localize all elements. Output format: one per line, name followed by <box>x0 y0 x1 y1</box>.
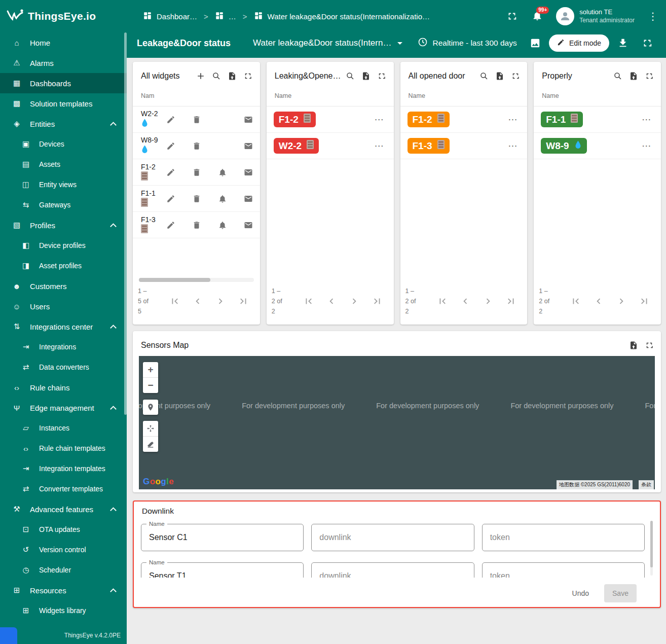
sidebar-item-advanced-features[interactable]: ⚒Advanced features <box>0 499 127 519</box>
next-page-button[interactable] <box>483 296 494 307</box>
delete-icon[interactable] <box>190 139 203 153</box>
sidebar-item-home[interactable]: ⌂Home <box>0 32 127 53</box>
sidebar-item-resources[interactable]: ⊞Resources <box>0 580 127 600</box>
sidebar-item-dashboards[interactable]: ▦Dashboards <box>0 73 127 93</box>
sidebar-item-scheduler[interactable]: ◷Scheduler <box>0 560 127 580</box>
breadcrumb-collapsed[interactable]: … <box>215 11 236 22</box>
email-icon[interactable] <box>242 219 255 232</box>
fullscreen-icon[interactable] <box>506 11 517 22</box>
downlink-field[interactable]: downlink <box>311 562 474 578</box>
map-terms-link[interactable]: 条款 <box>639 480 654 489</box>
search-icon[interactable] <box>343 68 358 84</box>
sidebar-item-rule-chains[interactable]: ‹›Rule chains <box>0 377 127 398</box>
more-icon[interactable]: ⋯ <box>374 139 386 153</box>
google-logo[interactable]: Google <box>143 477 174 487</box>
first-page-button[interactable] <box>437 296 448 307</box>
fullscreen-icon[interactable] <box>374 68 390 84</box>
zoom-out-button[interactable]: − <box>143 378 158 393</box>
edit-icon[interactable] <box>164 192 177 205</box>
sidebar-item-instances[interactable]: ▱Instances <box>0 418 127 438</box>
sidebar-item-assets[interactable]: ▤Assets <box>0 154 127 174</box>
email-icon[interactable] <box>242 192 255 205</box>
edit-icon[interactable] <box>164 219 177 232</box>
last-page-button[interactable] <box>505 296 516 307</box>
download-icon[interactable] <box>617 38 628 49</box>
map-eraser-tool-button[interactable] <box>143 437 158 452</box>
dashboard-selector[interactable]: Water leakage&Door status(Intern… <box>253 38 402 48</box>
sidebar-item-integrations[interactable]: ⇥Integrations <box>0 337 127 357</box>
export-icon[interactable] <box>358 68 374 84</box>
more-icon[interactable]: ⋯ <box>641 139 653 153</box>
delete-icon[interactable] <box>190 166 203 179</box>
prev-page-button[interactable] <box>192 296 203 307</box>
delete-icon[interactable] <box>190 113 203 126</box>
breadcrumb-dashboards[interactable]: Dashboar… <box>143 11 197 22</box>
bell-icon[interactable] <box>216 219 229 232</box>
bell-icon[interactable] <box>216 166 229 179</box>
scrollbar-thumb[interactable] <box>139 278 210 282</box>
first-page-button[interactable] <box>303 296 314 307</box>
export-icon[interactable] <box>492 68 507 84</box>
fullscreen-icon[interactable] <box>642 38 653 49</box>
sidebar-item-users[interactable]: ☺Users <box>0 296 127 316</box>
token-field[interactable]: token <box>482 562 645 578</box>
export-icon[interactable] <box>225 68 240 84</box>
sidebar-item-widgets-library[interactable]: ⊞Widgets library <box>0 600 127 621</box>
sidebar-item-integrations-center[interactable]: ⇅Integrations center <box>0 316 127 337</box>
token-field[interactable]: token <box>482 524 645 551</box>
next-page-button[interactable] <box>349 296 360 307</box>
sidebar-item-device-profiles[interactable]: ◧Device profiles <box>0 235 127 256</box>
first-page-button[interactable] <box>169 296 180 307</box>
fullscreen-icon[interactable] <box>507 68 523 84</box>
zoom-in-button[interactable]: + <box>143 362 158 377</box>
next-page-button[interactable] <box>616 296 627 307</box>
last-page-button[interactable] <box>372 296 383 307</box>
search-icon[interactable] <box>476 68 492 84</box>
sidebar-item-customers[interactable]: ☻Customers <box>0 276 127 296</box>
email-icon[interactable] <box>242 113 255 126</box>
sidebar-item-version-control[interactable]: ↺Version control <box>0 540 127 560</box>
last-page-button[interactable] <box>639 296 650 307</box>
delete-icon[interactable] <box>190 219 203 232</box>
add-icon[interactable] <box>193 68 209 84</box>
sidebar-item-converter-templates[interactable]: ⇄Converter templates <box>0 479 127 499</box>
sidebar-item-entity-views[interactable]: ◫Entity views <box>0 174 127 195</box>
sidebar-item-profiles[interactable]: ▧Profiles <box>0 215 127 235</box>
scrollbar-thumb[interactable] <box>650 521 653 567</box>
avatar[interactable] <box>556 7 574 25</box>
save-button[interactable]: Save <box>604 584 637 602</box>
prev-page-button[interactable] <box>326 296 337 307</box>
sidebar-item-edge-management[interactable]: ΨEdge management <box>0 398 127 418</box>
fullscreen-icon[interactable] <box>641 68 657 84</box>
sidebar-item-integration-templates[interactable]: ⇥Integration templates <box>0 458 127 479</box>
dashboard-image-icon[interactable] <box>530 38 541 49</box>
undo-button[interactable]: Undo <box>572 589 589 597</box>
sidebar-item-solution-templates[interactable]: ▩Solution templates <box>0 93 127 114</box>
next-page-button[interactable] <box>215 296 226 307</box>
fullscreen-icon[interactable] <box>641 338 657 353</box>
downlink-field[interactable]: downlink <box>311 524 474 551</box>
breadcrumb-current-dashboard[interactable]: Water leakage&Door status(Internationali… <box>254 11 430 22</box>
prev-page-button[interactable] <box>460 296 471 307</box>
export-icon[interactable] <box>625 338 641 353</box>
edit-mode-button[interactable]: Edit mode <box>549 34 609 52</box>
more-icon[interactable]: ⋯ <box>641 113 653 126</box>
sidebar-item-ota-updates[interactable]: ⊡OTA updates <box>0 519 127 540</box>
name-field[interactable]: Name Sensor T1 <box>141 562 304 578</box>
more-menu-icon[interactable] <box>648 10 658 22</box>
sidebar-item-data-converters[interactable]: ⇄Data converters <box>0 357 127 377</box>
more-icon[interactable]: ⋯ <box>374 113 386 126</box>
map-canvas[interactable]: For development purposes onlyFor develop… <box>139 356 655 489</box>
map-marker-tool-button[interactable] <box>143 400 158 415</box>
sidebar-item-entities[interactable]: ◈Entities <box>0 114 127 134</box>
edit-icon[interactable] <box>164 166 177 179</box>
export-icon[interactable] <box>625 68 641 84</box>
bell-icon[interactable] <box>216 192 229 205</box>
bottom-left-widget-button[interactable] <box>0 627 17 644</box>
fullscreen-icon[interactable] <box>240 68 256 84</box>
last-page-button[interactable] <box>238 296 249 307</box>
more-icon[interactable]: ⋯ <box>507 113 519 126</box>
name-field[interactable]: Name Sensor C1 <box>141 524 304 551</box>
logo[interactable]: ThingsEye.io <box>0 0 127 32</box>
map-move-tool-button[interactable] <box>143 421 158 436</box>
